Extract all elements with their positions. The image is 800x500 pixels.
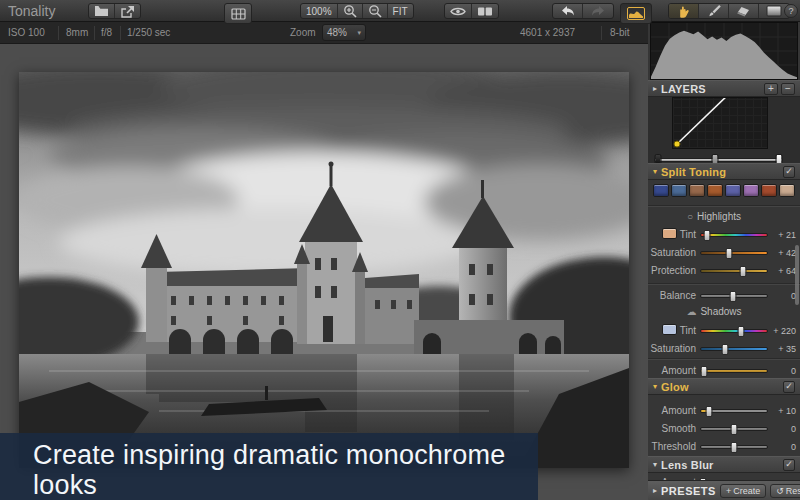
eraser-icon — [736, 5, 751, 17]
fit-button[interactable]: FIT — [388, 4, 413, 18]
info-bar: ISO 100 8mm f/8 1/250 sec Zoom 48% ▾ 460… — [0, 22, 648, 44]
export-button[interactable] — [115, 4, 140, 18]
toning-swatch[interactable] — [707, 184, 723, 197]
view-button-group — [444, 3, 499, 19]
zoom-dropdown[interactable]: 48% ▾ — [322, 24, 366, 41]
zoom-button-group: 100% FIT — [300, 3, 414, 19]
help-button[interactable]: ? — [784, 4, 798, 18]
help-label: ? — [788, 6, 793, 16]
highlights-tint-slider[interactable] — [700, 233, 768, 237]
slider-handle[interactable] — [705, 406, 712, 417]
presets-title: PRESETS — [661, 485, 716, 497]
toning-swatch[interactable] — [743, 184, 759, 197]
canvas-area: Create inspiring dramatic monochrome loo… — [0, 44, 648, 500]
toning-swatch[interactable] — [689, 184, 705, 197]
slider-value: 0 — [766, 291, 796, 301]
divider — [648, 283, 800, 285]
history-button-group — [552, 3, 614, 19]
slider-label: Smooth — [662, 423, 696, 434]
eraser-tool-button[interactable] — [729, 4, 759, 18]
toning-swatch[interactable] — [779, 184, 795, 197]
top-toolbar: Tonality 100% — [0, 0, 800, 22]
glow-header[interactable]: ▾ Glow ✓ — [648, 378, 800, 395]
balance-row: Balance 0 — [648, 288, 800, 304]
aperture-value: f/8 — [101, 27, 112, 38]
histogram-icon — [627, 7, 645, 20]
slider-handle[interactable] — [731, 442, 738, 453]
check-icon: ✓ — [785, 167, 793, 176]
slider-label: Protection — [651, 265, 696, 276]
brush-tool-button[interactable] — [699, 4, 729, 18]
crop-button[interactable] — [224, 3, 252, 24]
layers-title: LAYERS — [661, 83, 761, 95]
reset-button[interactable]: ↺ Reset — [770, 484, 800, 498]
glow-smooth-row: Smooth 0 — [648, 421, 800, 437]
tools-button-group — [668, 3, 790, 19]
toning-swatch[interactable] — [671, 184, 687, 197]
glow-threshold-slider[interactable] — [700, 445, 768, 449]
zoom-in-button[interactable] — [338, 4, 363, 18]
slider-label: Saturation — [650, 247, 696, 258]
slider-value: 0 — [766, 366, 796, 376]
split-toning-checkbox[interactable]: ✓ — [783, 166, 795, 178]
hand-tool-button[interactable] — [669, 4, 699, 18]
glow-smooth-slider[interactable] — [700, 427, 768, 431]
app-title: Tonality — [8, 3, 55, 19]
circle-icon: ○ — [687, 211, 693, 222]
tone-curve-plot[interactable] — [672, 97, 768, 149]
zoom-label: Zoom — [290, 27, 316, 38]
slider-label: Balance — [660, 290, 696, 301]
highlights-saturation-slider[interactable] — [700, 251, 768, 255]
divider — [94, 26, 95, 40]
panel-scrollbar[interactable] — [795, 245, 799, 305]
glow-checkbox[interactable]: ✓ — [783, 381, 795, 393]
split-toning-header[interactable]: ▾ Split Toning ✓ — [648, 163, 800, 180]
slider-handle[interactable] — [737, 326, 744, 337]
shadows-group-label: ☁Shadows — [648, 306, 800, 317]
toning-swatch[interactable] — [653, 184, 669, 197]
shadows-saturation-slider[interactable] — [700, 347, 768, 351]
highlights-tint-swatch[interactable] — [662, 228, 677, 239]
compare-icon — [477, 6, 493, 17]
iso-value: ISO 100 — [8, 27, 45, 38]
split-toning-amount-slider[interactable] — [700, 369, 768, 373]
shadows-tint-swatch[interactable] — [662, 324, 677, 335]
slider-handle[interactable] — [740, 266, 747, 277]
highlights-protection-slider[interactable] — [700, 269, 768, 273]
preview-original-button[interactable] — [445, 4, 472, 18]
zoom-dropdown-value: 48% — [327, 27, 347, 38]
presets-bar[interactable]: ▸ PRESETS + Create ↺ Reset — [648, 480, 800, 500]
open-button[interactable] — [89, 4, 115, 18]
split-toning-presets — [653, 184, 795, 197]
levels-track[interactable] — [654, 158, 783, 162]
shadows-tint-slider[interactable] — [700, 329, 768, 333]
slider-handle[interactable] — [731, 424, 738, 435]
layers-header[interactable]: ▸ LAYERS + − — [648, 80, 800, 97]
check-icon: ✓ — [785, 460, 793, 469]
photo-preview[interactable] — [19, 72, 629, 468]
slider-handle[interactable] — [700, 366, 707, 377]
create-preset-button[interactable]: + Create — [720, 484, 766, 498]
toning-swatch[interactable] — [761, 184, 777, 197]
add-layer-button[interactable]: + — [764, 83, 778, 95]
shadows-tint-row: Tint + 220 — [648, 323, 800, 339]
lens-blur-checkbox[interactable]: ✓ — [783, 459, 795, 471]
slider-handle[interactable] — [730, 291, 737, 302]
highlights-group-label: ○Highlights — [648, 211, 800, 222]
slider-handle[interactable] — [726, 248, 733, 259]
slider-handle[interactable] — [721, 344, 728, 355]
zoom-out-button[interactable] — [363, 4, 388, 18]
remove-layer-button[interactable]: − — [781, 83, 795, 95]
toning-swatch[interactable] — [725, 184, 741, 197]
redo-button[interactable] — [583, 4, 613, 18]
lens-blur-header[interactable]: ▾ Lens Blur ✓ — [648, 456, 800, 473]
balance-slider[interactable] — [700, 294, 768, 298]
compare-button[interactable] — [472, 4, 498, 18]
slider-handle[interactable] — [703, 230, 710, 241]
histogram-panel-toggle[interactable] — [620, 3, 652, 24]
grid-icon — [231, 8, 246, 20]
glow-amount-slider[interactable] — [700, 409, 768, 413]
slider-value: 0 — [766, 424, 796, 434]
zoom-100-button[interactable]: 100% — [301, 4, 338, 18]
undo-button[interactable] — [553, 4, 583, 18]
